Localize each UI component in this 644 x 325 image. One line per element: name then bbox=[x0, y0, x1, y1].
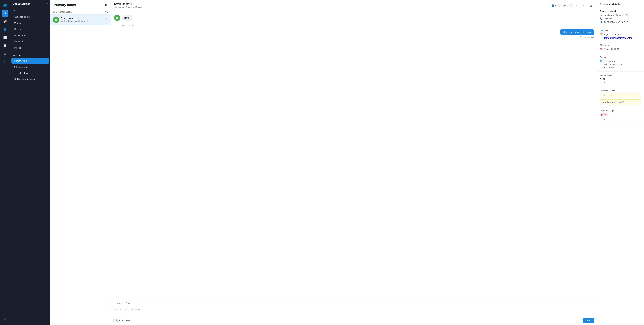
search-bar: 🔍 bbox=[50, 9, 110, 14]
nav-item-all[interactable]: All bbox=[12, 8, 49, 13]
chat-header-info: Ryan Howard ryan.howard@dundermifflin.co… bbox=[114, 2, 143, 8]
message-time-outgoing: Seen 8 days ago bbox=[580, 36, 594, 38]
edit-tags-button[interactable]: Edit bbox=[600, 118, 607, 121]
conv-info: Ryan Howard 8d 🤖 Hey how can we help you… bbox=[61, 17, 108, 22]
nav-item-closed[interactable]: Closed bbox=[12, 45, 49, 51]
linked-issues-value: None bbox=[600, 77, 641, 80]
customer-tags-section: Customer tags paper Edit bbox=[597, 107, 644, 124]
first-seen-date: August 09, 2024 bbox=[604, 48, 619, 50]
assignee-dropdown[interactable]: 👤 Kelly Kapoor ▾ bbox=[550, 3, 572, 8]
last-seen-section: Last seen 📅 August 18, 2024 at /romaglus… bbox=[597, 27, 644, 42]
last-seen-link[interactable]: /romaglushkocom/chat.html bbox=[604, 36, 632, 39]
reply-tabs-left: Reply Note bbox=[113, 300, 133, 306]
calendar2-icon: 📅 bbox=[600, 48, 602, 50]
nav-item-prioritized[interactable]: Prioritized bbox=[12, 39, 49, 44]
linked-issues-label: Linked issues bbox=[600, 74, 641, 76]
device-timezone: Europe/Kiev bbox=[604, 60, 615, 62]
device-section: Device 🌐 Europe/Kiev Mac OS X · Chrome I… bbox=[597, 54, 644, 71]
avatar: R bbox=[53, 17, 59, 23]
gear-configure-icon: ⚙ bbox=[14, 78, 16, 80]
device-timezone-row: 🌐 Europe/Kiev bbox=[600, 60, 641, 62]
device-ip: IP: Unknown bbox=[600, 66, 641, 68]
message-bubble-outgoing: Hey how can we help you? bbox=[560, 29, 594, 35]
tag-paper: paper bbox=[600, 113, 608, 116]
star-button[interactable]: ☆ bbox=[573, 2, 579, 8]
chat-contact-email: ryan.howard@dundermifflin.com bbox=[114, 6, 143, 8]
resolve-button[interactable]: ✓ bbox=[580, 2, 586, 8]
reply-footer: 📎 Attach a file Send bbox=[111, 317, 597, 325]
conv-list-title: Primary Inbox bbox=[54, 3, 76, 7]
inbox-nav-icon[interactable]: ✉ bbox=[2, 10, 8, 17]
conv-name-row: Ryan Howard 8d bbox=[61, 17, 108, 19]
add-issue-button[interactable]: Add bbox=[600, 81, 607, 84]
nav-item-unread[interactable]: Unread bbox=[12, 26, 49, 32]
right-panel-header: Customer details bbox=[597, 0, 644, 7]
campaigns-icon[interactable]: 📋 bbox=[2, 42, 8, 49]
right-panel: Customer details Ryan Howard ℹ ✉ ryan.ho… bbox=[597, 0, 644, 325]
globe-icon[interactable]: 🌐 bbox=[2, 2, 8, 9]
message-incoming: R Hello! bbox=[114, 15, 594, 21]
reply-input[interactable] bbox=[113, 309, 594, 314]
delete-button[interactable]: 🗑 bbox=[588, 2, 594, 8]
message-avatar: R bbox=[114, 15, 120, 21]
send-button[interactable]: Send bbox=[582, 318, 594, 323]
customer-id: ID: 02ef97ed-ea5c-4c6a-9... bbox=[604, 21, 630, 23]
first-seen-date-row: 📅 August 09, 2024 bbox=[600, 48, 641, 50]
customer-note-content: How dare you, Ryan??? bbox=[600, 99, 641, 105]
customer-email: ryan.howard@dundermiffl... bbox=[604, 14, 630, 16]
note-input-placeholder[interactable]: Add a note ... bbox=[600, 93, 641, 98]
search-icon: 🔍 bbox=[105, 10, 108, 13]
nav-item-mentions[interactable]: Mentions bbox=[12, 20, 49, 26]
customer-phone: Unknown bbox=[604, 17, 612, 20]
customer-info-icon[interactable]: ℹ bbox=[640, 10, 641, 12]
tab-note[interactable]: Note bbox=[124, 300, 133, 306]
nav-item-assigned[interactable]: Assigned to me bbox=[12, 14, 49, 20]
contacts-icon[interactable]: 👤 bbox=[2, 26, 8, 33]
conversations-header: Conversations ▾ bbox=[10, 0, 50, 7]
last-seen-date: August 18, 2024 at bbox=[604, 33, 621, 35]
assignee-user-icon: 👤 bbox=[552, 4, 554, 7]
windows-icon[interactable]: ⊞ bbox=[2, 50, 8, 57]
conversation-item[interactable]: R Ryan Howard 8d 🤖 Hey how can we help y… bbox=[50, 14, 110, 25]
reply-info-icon[interactable]: ℹ bbox=[593, 302, 594, 305]
id-icon: 👤 bbox=[600, 21, 602, 23]
inboxes-title: Inboxes bbox=[13, 54, 21, 57]
conversation-list: Primary Inbox ⚙ 🔍 R Ryan Howard 8d 🤖 Hey… bbox=[50, 0, 111, 325]
configure-inboxes-button[interactable]: ⚙ Configure inboxes bbox=[12, 76, 49, 82]
nav-item-priority-inbox[interactable]: Priority Inbox bbox=[12, 64, 49, 70]
phone-icon: 📞 bbox=[600, 17, 602, 20]
conversations-title: Conversations bbox=[13, 2, 30, 5]
assignee-name: Kelly Kapoor bbox=[555, 4, 568, 7]
tab-reply[interactable]: Reply bbox=[113, 300, 124, 306]
device-os: Mac OS X · Chrome bbox=[600, 63, 641, 66]
last-seen-date-row: 📅 August 18, 2024 at bbox=[600, 33, 641, 35]
left-nav: Conversations ▾ All Assigned to me Menti… bbox=[10, 0, 50, 325]
inboxes-section-header: Inboxes ▾ bbox=[10, 52, 50, 58]
customer-id-row: 👤 ID: 02ef97ed-ea5c-4c6a-9... bbox=[600, 21, 641, 23]
last-seen-label: Last seen bbox=[600, 29, 641, 32]
refresh-icon[interactable]: ↺ bbox=[2, 316, 8, 323]
add-inbox-button[interactable]: + + Add inbox bbox=[12, 70, 49, 76]
search-input[interactable] bbox=[53, 10, 104, 13]
device-label: Device bbox=[600, 56, 641, 58]
first-seen-label: First seen bbox=[600, 44, 641, 46]
plus-icon: + bbox=[14, 72, 16, 74]
settings-nav-icon[interactable]: ⚙ bbox=[2, 58, 8, 65]
conv-list-header: Primary Inbox ⚙ bbox=[50, 0, 110, 9]
conv-time: 8d bbox=[106, 17, 108, 19]
reports-icon[interactable]: 📊 bbox=[2, 34, 8, 41]
nav-item-unassigned[interactable]: Unassigned bbox=[12, 32, 49, 38]
message-time-incoming: Sent 8 days ago bbox=[122, 24, 594, 26]
message-outgoing: Hey how can we help you? Seen 8 days ago bbox=[114, 29, 594, 38]
customer-notes-section: Customer notes Add a note ... How dare y… bbox=[597, 87, 644, 107]
reply-area: Reply Note ℹ 📎 Attach a file Send bbox=[111, 300, 597, 325]
calendar-icon: 📅 bbox=[600, 33, 602, 35]
rocket-icon[interactable]: 🚀 bbox=[2, 18, 8, 25]
conv-list-gear-icon[interactable]: ⚙ bbox=[105, 4, 107, 6]
chat-contact-name: Ryan Howard bbox=[114, 2, 143, 6]
bot-icon: 🤖 bbox=[61, 20, 63, 22]
conv-preview: 🤖 Hey how can we help you? bbox=[61, 20, 108, 22]
attach-file-button[interactable]: 📎 Attach a file bbox=[113, 318, 132, 323]
message-bubble-incoming: Hello! bbox=[122, 15, 132, 21]
nav-item-primary-inbox[interactable]: Primary Inbox bbox=[12, 58, 49, 64]
